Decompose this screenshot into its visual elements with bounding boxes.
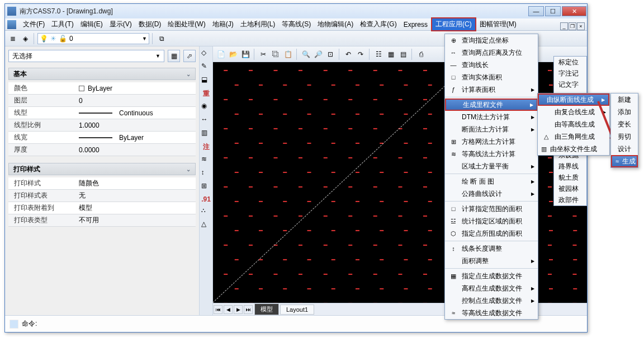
category-item[interactable]: 记文字 xyxy=(554,79,586,90)
menu-item[interactable]: ≋等高线法土方计算 xyxy=(445,148,538,160)
menu-item[interactable]: ▦指定点生成数据文件 xyxy=(445,270,538,282)
menu-item[interactable]: 添加 xyxy=(611,106,638,118)
menu-item[interactable]: □查询实体面积 xyxy=(445,71,538,83)
tool-7[interactable]: ≋ xyxy=(201,155,211,165)
print-icon[interactable]: ⎙ xyxy=(415,49,427,60)
menu-tools[interactable]: 工具(T) xyxy=(48,18,77,30)
selection-combo[interactable]: 无选择 ▼ xyxy=(8,50,164,62)
prop-row-线宽[interactable]: 线宽 ByLayer xyxy=(8,132,196,144)
undo-icon[interactable]: ↶ xyxy=(343,49,354,60)
layer-combo[interactable]: 💡 ☀ 🔓 0 ▼ xyxy=(37,33,149,44)
quickselect-button[interactable]: ▦ xyxy=(168,50,180,62)
tool-3[interactable]: ⬓ xyxy=(201,76,211,86)
mdi-close[interactable]: × xyxy=(577,22,585,30)
prop-row-打印样式表[interactable]: 打印样式表无 xyxy=(8,190,196,202)
menu-item[interactable]: 变长 xyxy=(611,118,638,130)
tool-9[interactable]: ⊞ xyxy=(201,182,211,192)
zoom-out-icon[interactable]: 🔎 xyxy=(312,49,324,60)
prop-row-颜色[interactable]: 颜色ByLayer xyxy=(8,82,196,95)
mdi-minimize[interactable]: _ xyxy=(560,22,568,30)
menu-item[interactable]: 公路曲线设计▶ xyxy=(445,188,538,200)
paste-icon[interactable]: 📋 xyxy=(282,49,293,60)
menu-draw[interactable]: 绘图处理(W) xyxy=(164,18,209,30)
category-item[interactable]: 被园林 xyxy=(554,183,586,194)
menu-edit[interactable]: 编辑(E) xyxy=(77,18,106,30)
save-icon[interactable]: 💾 xyxy=(240,49,251,60)
tab-last[interactable]: ⏭ xyxy=(244,305,253,314)
tab-first[interactable]: ⏮ xyxy=(214,305,222,314)
menu-item[interactable]: 由纵断面线生成▶ xyxy=(538,93,609,106)
cut-icon[interactable]: ✂ xyxy=(258,49,269,60)
menu-item[interactable]: △由三角网生成 xyxy=(538,130,609,143)
menu-item[interactable]: ⬡指定点所围成的面积 xyxy=(445,227,538,240)
menu-file[interactable]: 文件(F) xyxy=(20,18,48,30)
prop-row-线型比例[interactable]: 线型比例1.0000 xyxy=(8,119,196,132)
prop-row-厚度[interactable]: 厚度0.0000 xyxy=(8,144,196,156)
mdi-restore[interactable]: ❐ xyxy=(569,22,576,30)
section-basic-header[interactable]: 基本⌄ xyxy=(8,68,196,80)
menu-item[interactable]: ▥由坐标文件生成 xyxy=(538,143,609,155)
zoom-extents-icon[interactable]: ⊡ xyxy=(325,49,336,60)
properties-icon[interactable]: ☷ xyxy=(373,49,384,60)
menu-item[interactable]: 断面法土方计算▶ xyxy=(445,123,538,135)
menu-item[interactable]: —查询线长 xyxy=(445,59,538,71)
open-icon[interactable]: 📂 xyxy=(228,49,239,60)
menu-item[interactable]: ≈生成 xyxy=(611,155,638,167)
menu-item[interactable]: ↕线条长度调整 xyxy=(445,242,538,255)
menu-data[interactable]: 数据(D) xyxy=(135,18,165,30)
menu-item[interactable]: 控制点生成数据文件▶ xyxy=(445,294,538,307)
tool-4[interactable]: ◉ xyxy=(201,102,211,112)
close-button[interactable]: ✕ xyxy=(562,6,586,16)
maximize-button[interactable]: ☐ xyxy=(545,6,561,16)
copy-icon[interactable]: ⿻ xyxy=(270,49,281,60)
layerstate-icon[interactable]: ◈ xyxy=(20,33,31,44)
tab-model[interactable]: 模型 xyxy=(254,303,279,315)
layers-icon[interactable]: ≣ xyxy=(7,33,18,44)
prop-row-打印表附着到[interactable]: 打印表附着到模型 xyxy=(8,202,196,214)
menu-landuse[interactable]: 土地利用(L) xyxy=(237,18,279,30)
redo-icon[interactable]: ↷ xyxy=(355,49,366,60)
menu-objedit[interactable]: 地物编辑(A) xyxy=(314,18,357,30)
menu-check[interactable]: 检查入库(G) xyxy=(357,18,400,30)
category-item[interactable]: 路界线 xyxy=(554,161,586,172)
tool-5[interactable]: ↔ xyxy=(201,115,211,125)
section-plot-header[interactable]: 打印样式⌄ xyxy=(8,163,196,175)
menu-engineering[interactable]: 工程应用(C) xyxy=(431,17,476,31)
category-item[interactable]: 政部件 xyxy=(554,194,586,205)
menu-item[interactable]: ⊕查询指定点坐标 xyxy=(445,34,538,46)
tool-11[interactable]: △ xyxy=(201,220,211,230)
menu-item[interactable]: DTM法土方计算▶ xyxy=(445,111,538,123)
menu-view[interactable]: 显示(V) xyxy=(106,18,135,30)
menu-contour[interactable]: 等高线(S) xyxy=(278,18,314,30)
menu-item[interactable]: 区域土方量平衡▶ xyxy=(445,160,538,172)
tab-layout1[interactable]: Layout1 xyxy=(280,305,314,315)
menu-item[interactable]: 新建 xyxy=(611,93,638,106)
menu-item[interactable]: ≈等高线生成数据文件 xyxy=(445,307,538,319)
tool-1[interactable]: ◇ xyxy=(201,49,211,59)
menu-item[interactable]: ⊞方格网法土方计算 xyxy=(445,135,538,148)
menu-item[interactable]: 剪切 xyxy=(611,130,638,143)
menu-item[interactable]: ☳统计指定区域的面积 xyxy=(445,215,538,227)
prop-row-打印表类型[interactable]: 打印表类型不可用 xyxy=(8,214,196,227)
pickadd-button[interactable]: ⬀ xyxy=(183,50,196,62)
layertool-icon[interactable]: ⧉ xyxy=(156,33,167,44)
category-item[interactable]: 字注记 xyxy=(554,68,586,79)
menu-express[interactable]: Express xyxy=(400,20,431,30)
menu-item[interactable]: 由等高线生成 xyxy=(538,118,609,130)
menu-item[interactable]: ƒ计算表面积▶ xyxy=(445,83,538,96)
tool-8[interactable]: ↕ xyxy=(201,168,211,179)
prop-row-打印样式[interactable]: 打印样式随颜色 xyxy=(8,177,196,190)
menu-item[interactable]: 绘 断 面 图▶ xyxy=(445,175,538,188)
tool-palette-icon[interactable]: ▤ xyxy=(397,49,409,60)
prop-row-图层[interactable]: 图层0 xyxy=(8,95,196,107)
menu-item[interactable]: ↔查询两点距离及方位 xyxy=(445,46,538,59)
tool-2[interactable]: ✎ xyxy=(201,62,211,72)
tab-prev[interactable]: ◀ xyxy=(224,305,233,314)
menu-cadastre[interactable]: 地籍(J) xyxy=(209,18,237,30)
minimize-button[interactable]: — xyxy=(528,6,544,16)
category-item[interactable]: 标定位 xyxy=(554,57,586,68)
category-item[interactable]: 貌土质 xyxy=(554,172,586,183)
design-center-icon[interactable]: ▦ xyxy=(385,49,396,60)
new-icon[interactable]: 📄 xyxy=(215,49,226,60)
tool-10[interactable]: ∴ xyxy=(201,207,211,217)
